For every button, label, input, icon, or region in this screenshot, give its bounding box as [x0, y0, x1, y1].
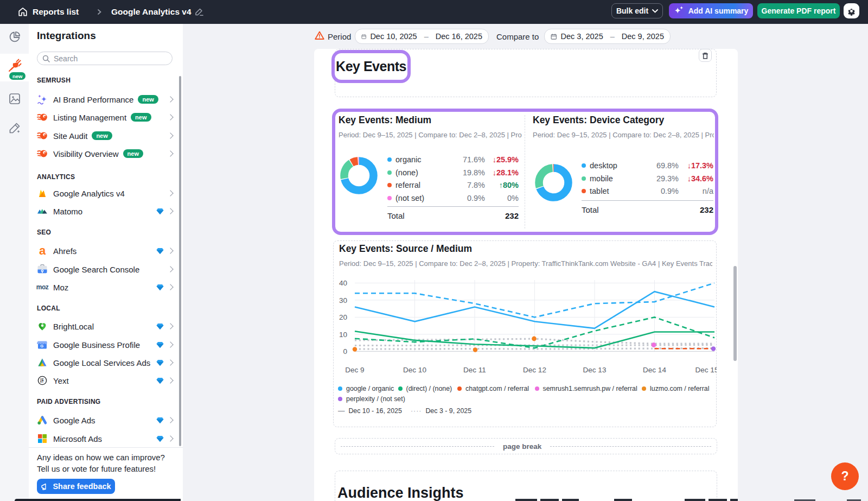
svg-text:Dec 10: Dec 10 — [403, 366, 426, 374]
svg-text:20: 20 — [339, 313, 347, 321]
svg-text:30: 30 — [339, 296, 347, 305]
svg-text:Dec 11: Dec 11 — [463, 366, 486, 374]
svg-text:Dec 12: Dec 12 — [523, 366, 546, 374]
svg-text:Dec 13: Dec 13 — [583, 366, 607, 374]
svg-text:Dec 15: Dec 15 — [695, 366, 717, 374]
svg-text:0: 0 — [343, 347, 347, 356]
svg-text:Dec 9: Dec 9 — [345, 366, 364, 374]
svg-text:40: 40 — [339, 279, 347, 287]
svg-text:Dec 14: Dec 14 — [643, 366, 666, 374]
svg-text:10: 10 — [339, 331, 347, 339]
svg-text:G: G — [40, 344, 43, 348]
svg-text:XT: XT — [40, 380, 43, 383]
